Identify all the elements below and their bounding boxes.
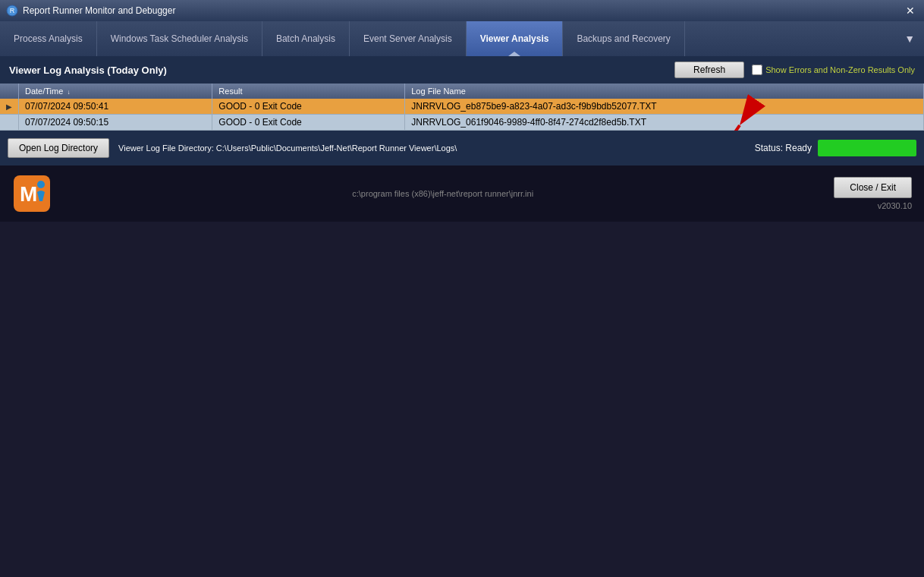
tab-batch-analysis[interactable]: Batch Analysis [262,21,350,56]
status-section: Status: Ready [755,140,916,156]
col-header-datetime[interactable]: Date/Time ↓ [19,84,212,99]
viewer-section-header: Viewer Log Analysis (Today Only) Refresh… [0,56,924,84]
status-indicator-green [818,140,916,156]
tab-viewer-analysis[interactable]: Viewer Analysis [467,21,564,56]
row-result: GOOD - 0 Exit Code [212,99,405,115]
title-bar-title: Report Runner Monitor and Debugger [23,5,175,16]
tab-overflow-arrow[interactable]: ▼ [895,21,924,56]
row-logfilename: JNRRVLOG_eb875be9-a823-4a07-ad3c-f9b9bdb… [405,99,924,115]
row-logfilename: JNRRVLOG_061f9046-9989-4ff0-8f47-274cd2f… [405,115,924,131]
app-logo: M [12,174,52,213]
table-row[interactable]: ▶07/07/2024 09:50:41GOOD - 0 Exit CodeJN… [0,99,924,115]
col-header-logfilename[interactable]: Log File Name [405,84,924,99]
svg-point-8 [37,181,45,188]
status-label: Status: Ready [755,143,812,153]
tab-windows-task-scheduler[interactable]: Windows Task Scheduler Analysis [97,21,262,56]
open-log-directory-button[interactable]: Open Log Directory [8,138,109,158]
show-errors-checkbox[interactable] [752,65,762,75]
row-indicator: ▶ [0,99,19,115]
table-row[interactable]: 07/07/2024 09:50:15GOOD - 0 Exit CodeJNR… [0,115,924,131]
close-window-button[interactable]: ✕ [903,3,918,18]
version-label: v2030.10 [878,201,912,210]
col-header-indicator [0,84,19,99]
viewer-header-right: Refresh Show Errors and Non-Zero Results… [674,61,915,78]
table-area: Date/Time ↓ Result Log File Name ▶07/07/… [0,84,924,131]
app-bar: M c:\program files (x86)\jeff-net\report… [0,166,924,222]
close-exit-button[interactable]: Close / Exit [834,177,912,198]
title-bar-left: R Report Runner Monitor and Debugger [6,5,175,17]
refresh-button[interactable]: Refresh [674,61,744,78]
row-datetime: 07/07/2024 09:50:41 [19,99,212,115]
tab-event-server-analysis[interactable]: Event Server Analysis [350,21,467,56]
tab-bar: Process Analysis Windows Task Scheduler … [0,21,924,56]
app-icon: R [6,5,18,17]
row-result: GOOD - 0 Exit Code [212,115,405,131]
show-errors-checkbox-label[interactable]: Show Errors and Non-Zero Results Only [752,65,915,75]
footer-ini-path: c:\program files (x86)\jeff-net\report r… [52,189,834,198]
svg-text:M: M [20,182,37,206]
sort-indicator-datetime: ↓ [67,89,70,96]
log-directory-path: Viewer Log File Directory: C:\Users\Publ… [118,143,746,153]
row-indicator [0,115,19,131]
tab-process-analysis[interactable]: Process Analysis [0,21,97,56]
app-footer-right: Close / Exit v2030.10 [834,177,912,210]
tab-backups-recovery[interactable]: Backups and Recovery [563,21,684,56]
col-header-result[interactable]: Result [212,84,405,99]
row-datetime: 07/07/2024 09:50:15 [19,115,212,131]
svg-text:R: R [10,7,15,14]
log-table: Date/Time ↓ Result Log File Name ▶07/07/… [0,84,924,131]
title-bar: R Report Runner Monitor and Debugger ✕ [0,0,924,21]
viewer-title: Viewer Log Analysis (Today Only) [9,65,167,76]
status-bar: Open Log Directory Viewer Log File Direc… [0,131,924,166]
